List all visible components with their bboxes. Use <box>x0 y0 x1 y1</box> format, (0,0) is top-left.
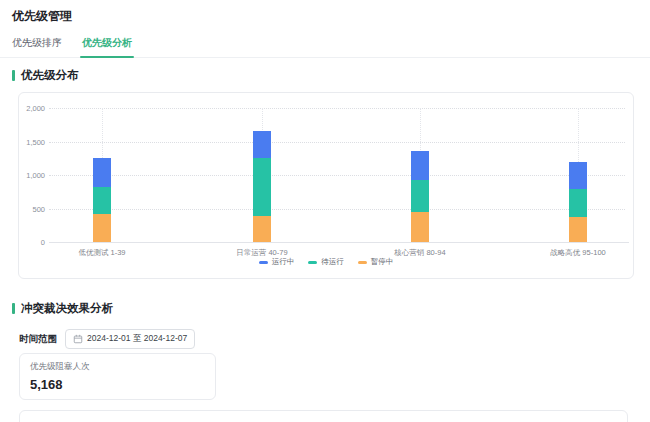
bar-segment-暂停中[interactable] <box>411 212 429 242</box>
metric-value: 5,168 <box>30 377 205 392</box>
bar-segment-暂停中[interactable] <box>253 216 271 242</box>
bar-segment-运行中[interactable] <box>569 162 587 189</box>
tab-bar: 优先级排序优先级分析 <box>0 36 650 58</box>
y-axis-tick-label: 1,500 <box>19 138 45 147</box>
bar-segment-暂停中[interactable] <box>569 217 587 242</box>
section-accent-bar <box>12 70 15 81</box>
gridline <box>49 209 625 210</box>
tab-priority-analysis[interactable]: 优先级分析 <box>80 36 134 57</box>
bar-segment-待运行[interactable] <box>93 187 111 214</box>
gridline <box>49 142 625 143</box>
y-axis-tick-label: 0 <box>19 238 45 247</box>
legend-label: 待运行 <box>321 257 344 267</box>
time-range-row: 时间范围 2024-12-01 至 2024-12-07 <box>19 329 195 349</box>
legend-item-待运行[interactable]: 待运行 <box>308 257 344 267</box>
time-range-label: 时间范围 <box>19 333 57 346</box>
legend-item-暂停中[interactable]: 暂停中 <box>358 257 394 267</box>
bar-segment-待运行[interactable] <box>411 180 429 212</box>
bar-segment-暂停中[interactable] <box>93 214 111 242</box>
section-heading-distribution: 优先级分布 <box>12 68 79 83</box>
section-title-distribution: 优先级分布 <box>21 68 79 83</box>
chart-legend: 运行中待运行暂停中 <box>19 257 633 267</box>
legend-item-运行中[interactable]: 运行中 <box>259 257 295 267</box>
priority-distribution-chart-card: 05001,0001,5002,000低优测试 1-39日常运营 40-79核心… <box>18 92 634 279</box>
y-axis-tick-label: 1,000 <box>19 171 45 180</box>
stacked-bar-chart: 05001,0001,5002,000低优测试 1-39日常运营 40-79核心… <box>19 93 633 278</box>
metric-label: 优先级阻塞人次 <box>30 361 205 373</box>
tab-priority-sort[interactable]: 优先级排序 <box>10 36 64 57</box>
section-title-conflict: 冲突裁决效果分析 <box>21 301 113 316</box>
date-range-picker[interactable]: 2024-12-01 至 2024-12-07 <box>65 329 195 349</box>
metric-card-blocked-count: 优先级阻塞人次 5,168 <box>19 353 216 400</box>
legend-label: 运行中 <box>272 257 295 267</box>
section-heading-conflict: 冲突裁决效果分析 <box>12 301 113 316</box>
legend-swatch-icon <box>259 261 268 264</box>
x-axis-line <box>49 242 629 243</box>
section-accent-bar <box>12 303 15 314</box>
bar-segment-运行中[interactable] <box>411 151 429 180</box>
bar-segment-待运行[interactable] <box>569 189 587 217</box>
gridline <box>49 108 625 109</box>
bar-segment-待运行[interactable] <box>253 158 271 216</box>
page-title: 优先级管理 <box>12 8 72 25</box>
date-range-value: 2024-12-01 至 2024-12-07 <box>87 333 187 345</box>
legend-swatch-icon <box>358 261 367 264</box>
legend-swatch-icon <box>308 261 317 264</box>
gridline <box>49 175 625 176</box>
bar-segment-运行中[interactable] <box>253 131 271 157</box>
legend-label: 暂停中 <box>371 257 394 267</box>
y-axis-tick-label: 2,000 <box>19 104 45 113</box>
partial-card <box>19 410 628 422</box>
y-axis-tick-label: 500 <box>19 205 45 214</box>
calendar-icon <box>73 334 83 344</box>
bar-segment-运行中[interactable] <box>93 158 111 186</box>
